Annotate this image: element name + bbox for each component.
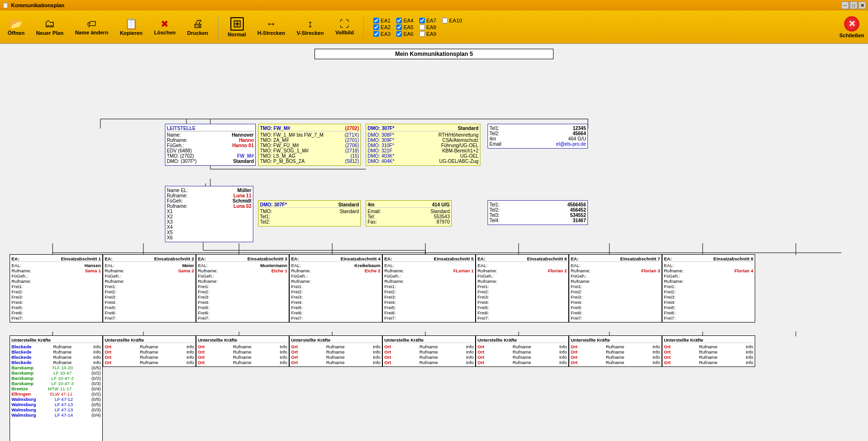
ea3-checkbox[interactable] <box>373 31 379 37</box>
ea4-checkbox[interactable] <box>396 18 402 23</box>
ea5-rufname2: Rufname: <box>384 279 474 284</box>
ea8-checkbox-item[interactable]: EA8 <box>419 24 436 30</box>
uk-box-5: Unterstellte Kräfte OrtRufnameInfo OrtRu… <box>382 335 476 367</box>
ea2-frei4: Frei4: <box>105 300 194 305</box>
uk1-barskamp-lf1: Barskamp LF 10-47 (0/2) <box>11 370 101 376</box>
dmo2-header-right: Standard <box>338 202 359 207</box>
ea4-header: EA: Einsatzabschnitt 4 <box>291 256 380 262</box>
leitstelle-name-row: Name: Hannover <box>167 132 254 138</box>
ea9-checkbox[interactable] <box>419 31 425 37</box>
app-title: Kommunikationsplan <box>11 2 841 8</box>
v-strecken-button[interactable]: ↕ V-Strecken <box>293 17 328 38</box>
uk1-bleckede-2: Bleckede Rufname Info <box>11 349 101 355</box>
ea9-checkbox-item[interactable]: EA9 <box>419 31 436 37</box>
leitstelle-fuegeh-val: Hanno 01 <box>232 143 254 148</box>
close-button[interactable]: ✕ <box>858 1 866 9</box>
ea2-checkbox-item[interactable]: EA2 <box>373 24 391 30</box>
minimize-button[interactable]: ─ <box>841 1 849 9</box>
ea3-label: EA3 <box>380 31 391 37</box>
uk7-row2: OrtRufnameInfo <box>571 349 660 355</box>
maximize-button[interactable]: □ <box>850 1 857 9</box>
uk3-row2: OrtRufnameInfo <box>198 349 287 355</box>
leitstelle-dmo-label: DMO: (307F*) <box>167 159 196 164</box>
print-button[interactable]: 🖨 Drucken <box>184 17 212 38</box>
ea10-checkbox-item[interactable]: EA10 <box>442 18 462 23</box>
contact-tel1-val: 12345 <box>573 126 586 131</box>
ea4-checkbox-item[interactable]: EA4 <box>396 18 413 23</box>
ea7-checkbox-item[interactable]: EA7 <box>419 18 436 23</box>
ea1-frei6: Frei6: <box>11 310 101 315</box>
h-strecken-button[interactable]: ↔ H-Strecken <box>253 17 289 38</box>
vollbild-button[interactable]: ⛶ Vollbild <box>331 17 358 37</box>
normal-button[interactable]: ⊞ Normal <box>224 15 250 39</box>
ea5-frei2: Frei2: <box>384 289 474 294</box>
ea9-label: EA9 <box>426 31 436 37</box>
ea5-checkbox-item[interactable]: EA5 <box>396 24 413 30</box>
ea5-checkbox[interactable] <box>396 24 402 30</box>
ea8-frei5: Frei5: <box>664 305 753 310</box>
open-button[interactable]: 📂 Öffnen <box>4 17 28 38</box>
ea4-label: EA4 <box>403 18 413 23</box>
connector-lines <box>5 64 856 441</box>
ea7-checkbox[interactable] <box>419 18 425 23</box>
org-chart: LEITSTELLE Name: Hannover Rufname: Hanno… <box>5 64 856 441</box>
uk8-row3: OrtRufnameInfo <box>664 355 753 360</box>
ea4-rufname: Rufname:Eiche 2 <box>291 268 380 273</box>
vollbild-icon: ⛶ <box>340 19 349 29</box>
ea6-eal: EAL: <box>477 263 567 268</box>
ea6-frei3: Frei3: <box>477 294 567 300</box>
ea6-checkbox[interactable] <box>396 31 402 37</box>
dmo-box-2: DMO: 307F* Standard TMO:Standard Tel1: T… <box>258 200 361 226</box>
dmo2-tmo-row: TMO:Standard <box>260 209 359 214</box>
ea6-frei6: Frei6: <box>477 310 567 315</box>
vier-box-2: 4m 414 U/G Email:Standard Tel:553543 Fax… <box>366 200 452 226</box>
print-label: Drucken <box>187 30 208 36</box>
uk1-bleckede-1: Bleckede Rufname Info <box>11 344 101 349</box>
uk5-row1: OrtRufnameInfo <box>384 344 474 349</box>
contact-email-val: el@els-pro.de <box>556 141 586 147</box>
ea6-frei5: Frei5: <box>477 305 567 310</box>
ea8-checkbox[interactable] <box>419 24 425 30</box>
ea8-frei4: Frei4: <box>664 300 753 305</box>
ea10-checkbox[interactable] <box>442 18 448 23</box>
ea3-frei4: Frei4: <box>198 300 287 305</box>
el-rufname-label: Rufname: <box>167 193 187 198</box>
ea2-checkbox[interactable] <box>373 24 379 30</box>
delete-button[interactable]: ✖ Löschen <box>150 17 179 37</box>
rename-button[interactable]: 🏷 Name ändern <box>71 17 112 37</box>
uk1-walmsburg-lf3: Walmsburg LF 47-13 (0/3) <box>11 407 101 412</box>
ea3-checkbox-item[interactable]: EA3 <box>373 31 391 37</box>
ea5-rufname: Rufname:FLorian 1 <box>384 268 474 273</box>
ea4-frei4: Frei4: <box>291 300 380 305</box>
el-fuegeh-val: Schmidt <box>233 198 251 204</box>
uk1-ellringen-elw: Ellringen ELW 47-11 (0/2) <box>11 391 101 397</box>
uk1-bleckede-4: Bleckede Rufname Info <box>11 360 101 365</box>
ea1-rufname: Rufname:Sama 1 <box>11 268 101 273</box>
dmo-row-3: DMO: 310F*Führung/UG-OEL <box>368 143 478 148</box>
uk4-row2: OrtRufnameInfo <box>291 349 380 355</box>
ea6-checkbox-item[interactable]: EA6 <box>396 31 413 37</box>
main-content: Mein Kommunikationsplan 5 <box>0 44 868 441</box>
ea1-eal: EAL:Hansen <box>11 263 101 268</box>
copy-label: Kopieren <box>120 30 143 36</box>
copy-button[interactable]: 📋 Kopieren <box>116 17 147 38</box>
tmo-row-5: TMO: LS_M_AG(15) <box>260 153 359 159</box>
dmo2-header: DMO: 307F* Standard <box>260 202 359 208</box>
ea-box-6: EA: Einsatzabschnitt 6 EAL: Rufname:Flor… <box>476 254 569 323</box>
ea6-frei7: Frei7: <box>477 315 567 321</box>
ea7-fuegeh: FüGeh.: <box>571 273 660 279</box>
dmo-row-2: DMO: 309F*CSA/Atemschutz <box>368 138 478 143</box>
title-bar: 📋 Kommunikationsplan ─ □ ✕ <box>0 0 868 11</box>
ea1-checkbox[interactable] <box>373 18 379 23</box>
ea3-rufname2: Rufname: <box>198 279 287 284</box>
uk6-title: Unterstellte Kräfte <box>477 337 567 343</box>
open-label: Öffnen <box>8 30 24 36</box>
ea1-checkbox-item[interactable]: EA1 <box>373 18 391 23</box>
uk2-row4: OrtRufnameInfo <box>105 360 194 365</box>
ea4-frei7: Frei7: <box>291 315 380 321</box>
contact-tel1-row: Tel1: 12345 <box>489 126 586 131</box>
close-schliessen-button[interactable]: ✕ <box>844 16 859 32</box>
uk7-title: Unterstellte Kräfte <box>571 337 660 343</box>
ea3-frei3: Frei3: <box>198 294 287 300</box>
new-plan-button[interactable]: 🗂 Neuer Plan <box>32 17 67 38</box>
